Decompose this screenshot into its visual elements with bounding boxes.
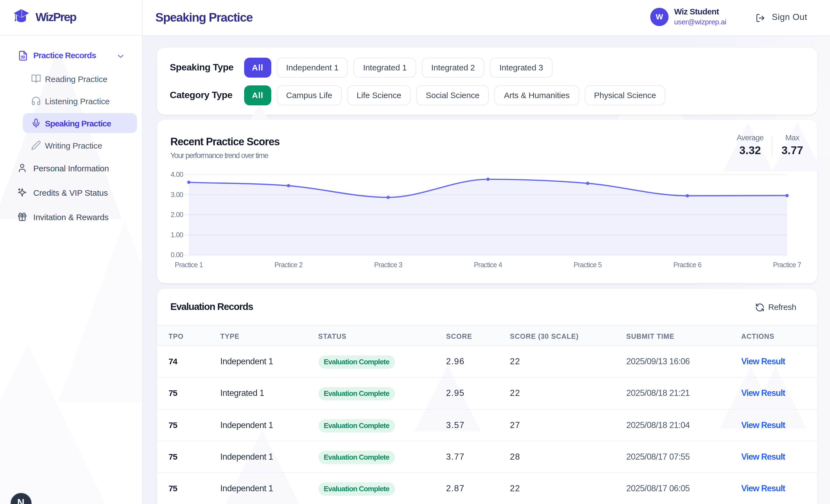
svg-text:Practice 6: Practice 6 — [673, 261, 701, 269]
svg-text:Practice 1: Practice 1 — [175, 261, 203, 269]
svg-text:0.00: 0.00 — [170, 251, 183, 259]
svg-text:2.00: 2.00 — [170, 211, 183, 219]
svg-text:1.00: 1.00 — [170, 231, 183, 239]
svg-text:4.00: 4.00 — [170, 170, 183, 178]
svg-text:3.00: 3.00 — [170, 191, 183, 199]
svg-text:Practice 2: Practice 2 — [274, 261, 302, 269]
svg-text:Practice 4: Practice 4 — [474, 261, 502, 269]
svg-text:Practice 3: Practice 3 — [374, 261, 402, 269]
svg-text:Practice 5: Practice 5 — [574, 261, 602, 269]
svg-text:Practice 7: Practice 7 — [773, 261, 801, 269]
